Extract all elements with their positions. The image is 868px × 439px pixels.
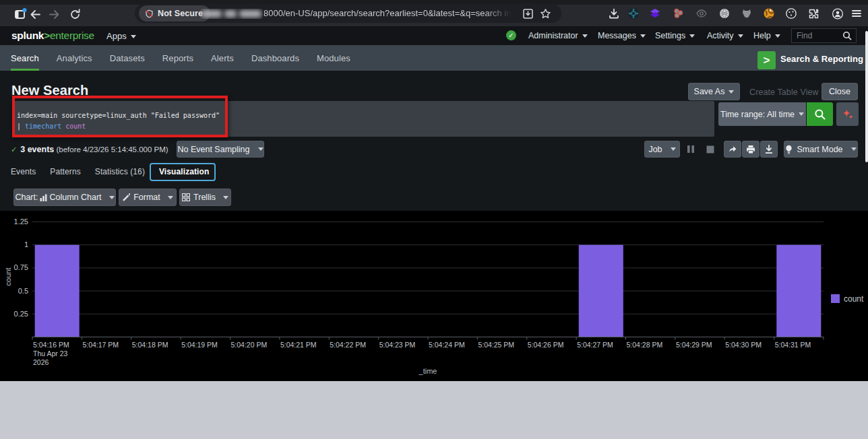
nav-item-alerts[interactable]: Alerts bbox=[211, 45, 234, 71]
topbar-menu-messages[interactable]: Messages bbox=[598, 31, 646, 40]
print-button[interactable] bbox=[742, 141, 760, 158]
chart-type-label: Column Chart bbox=[49, 193, 101, 202]
legend-swatch[interactable] bbox=[831, 294, 840, 303]
x-tick-label: 5:04:19 PM bbox=[181, 341, 218, 349]
time-range-picker[interactable]: Time range: All time bbox=[718, 102, 806, 126]
share-button[interactable] bbox=[724, 141, 741, 158]
job-menu-button[interactable]: Job bbox=[644, 141, 680, 158]
reload-icon[interactable] bbox=[65, 5, 84, 24]
nav-item-datasets[interactable]: Datasets bbox=[110, 45, 145, 71]
topbar-menu-help[interactable]: Help bbox=[753, 31, 780, 40]
format-label: Format bbox=[133, 193, 160, 202]
install-icon[interactable] bbox=[521, 7, 534, 20]
events-summary: ✓3 events (before 4/23/26 5:14:45.000 PM… bbox=[11, 145, 168, 154]
extension-purple-layers-icon[interactable] bbox=[649, 7, 661, 20]
nav-item-modules[interactable]: Modules bbox=[317, 45, 350, 71]
nav-item-search[interactable]: Search bbox=[11, 45, 39, 71]
chevron-down-icon bbox=[671, 147, 676, 151]
x-tick-label: 5:04:26 PM bbox=[528, 341, 564, 349]
lightbulb-icon bbox=[785, 145, 793, 154]
not-secure-label: Not Secure bbox=[158, 9, 203, 18]
extension-globe-icon[interactable] bbox=[718, 7, 731, 20]
create-table-view-button[interactable]: Create Table View bbox=[749, 88, 819, 97]
url-redacted-host bbox=[200, 9, 263, 19]
format-button[interactable]: Format bbox=[119, 189, 177, 206]
topbar-menu-settings[interactable]: Settings bbox=[655, 31, 695, 40]
forward-icon[interactable] bbox=[44, 5, 63, 24]
extension-cookie-icon[interactable] bbox=[785, 7, 797, 20]
x-tick-sublabel: 2026 bbox=[33, 358, 49, 366]
save-as-button[interactable]: Save As bbox=[688, 83, 740, 100]
sparkle-icon bbox=[841, 108, 855, 121]
legend-label[interactable]: count bbox=[844, 294, 864, 304]
topbar-menu-administrator[interactable]: Administrator bbox=[528, 31, 588, 40]
nav-item-analytics[interactable]: Analytics bbox=[57, 45, 92, 71]
redaction-blur bbox=[224, 10, 237, 18]
menu-icon[interactable] bbox=[850, 7, 863, 20]
x-tick-label: 5:04:22 PM bbox=[330, 341, 366, 349]
events-detail: (before 4/23/26 5:14:45.000 PM) bbox=[56, 145, 168, 154]
chevron-down-icon bbox=[738, 34, 743, 38]
app-nav-bar: SearchAnalyticsDatasetsReportsAlertsDash… bbox=[0, 45, 868, 71]
chevron-down-icon bbox=[582, 34, 588, 38]
topbar-menu-activity[interactable]: Activity bbox=[707, 31, 743, 40]
scrollbar-thumb[interactable] bbox=[865, 31, 868, 162]
chevron-down-icon bbox=[109, 196, 115, 199]
column-chart[interactable]: 0.250.50.7511.255:04:16 PMThu Apr 232026… bbox=[0, 211, 868, 381]
app-badge-icon[interactable]: > bbox=[757, 51, 776, 69]
tab-statistics-16-[interactable]: Statistics (16) bbox=[95, 167, 145, 176]
chevron-down-icon bbox=[640, 34, 646, 38]
export-button[interactable] bbox=[760, 141, 778, 158]
nav-item-reports[interactable]: Reports bbox=[162, 45, 193, 71]
tab-patterns[interactable]: Patterns bbox=[50, 167, 81, 176]
extension-red-dots-icon[interactable] bbox=[673, 7, 685, 20]
bar-5:04:27 PM[interactable] bbox=[579, 245, 623, 337]
x-tick-label: 5:04:24 PM bbox=[429, 341, 465, 349]
shield-slash-icon bbox=[145, 9, 154, 18]
chart-panel: 0.250.50.7511.255:04:16 PMThu Apr 232026… bbox=[0, 211, 868, 381]
trellis-button[interactable]: Trellis bbox=[179, 189, 231, 206]
extension-wolf-icon[interactable] bbox=[741, 7, 753, 20]
search-icon bbox=[814, 108, 826, 121]
close-button[interactable]: Close bbox=[822, 83, 858, 100]
search-icon[interactable] bbox=[842, 31, 852, 40]
printer-icon bbox=[746, 145, 755, 154]
extensions-puzzle-icon[interactable] bbox=[807, 7, 819, 20]
y-tick-label: 1 bbox=[24, 240, 28, 248]
x-tick-label: 5:04:23 PM bbox=[379, 341, 416, 349]
download-icon[interactable] bbox=[608, 7, 620, 20]
time-range-label: Time range: All time bbox=[720, 110, 795, 119]
ai-assistant-button[interactable] bbox=[836, 102, 859, 126]
nav-item-dashboards[interactable]: Dashboards bbox=[251, 45, 299, 71]
health-check-icon[interactable]: ✓ bbox=[506, 30, 516, 40]
smart-mode-button[interactable]: Smart Mode bbox=[784, 141, 858, 158]
app-badge-label: Search & Reporting bbox=[780, 54, 863, 64]
find-input[interactable]: Find bbox=[791, 28, 857, 43]
profile-avatar-icon[interactable] bbox=[832, 7, 844, 20]
extension-orange-ball-icon[interactable] bbox=[763, 7, 775, 20]
back-icon[interactable] bbox=[26, 5, 44, 24]
tab-events[interactable]: Events bbox=[11, 167, 36, 176]
search-submit-button[interactable] bbox=[807, 102, 833, 126]
browser-toolbar: Not Secure 8000/en-US/app/search/search?… bbox=[0, 0, 868, 26]
pause-icon[interactable] bbox=[685, 141, 696, 158]
event-sampling-button[interactable]: No Event Sampling bbox=[177, 141, 264, 158]
extension-sphere-teal-icon[interactable] bbox=[627, 7, 640, 20]
close-label: Close bbox=[829, 87, 850, 96]
bar-5:04:16 PM[interactable] bbox=[35, 245, 80, 337]
stop-icon[interactable] bbox=[705, 141, 716, 158]
save-as-label: Save As bbox=[694, 87, 725, 96]
address-bar[interactable]: Not Secure 8000/en-US/app/search/search?… bbox=[135, 4, 561, 23]
y-tick-label: 0.75 bbox=[14, 263, 28, 271]
app-badge-glyph: > bbox=[764, 54, 770, 67]
y-tick-label: 1.25 bbox=[14, 217, 28, 226]
bar-5:04:31 PM[interactable] bbox=[776, 245, 821, 337]
y-tick-label: 0.25 bbox=[14, 310, 28, 318]
x-tick-label: 5:04:25 PM bbox=[478, 341, 514, 349]
chart-type-button[interactable]: Chart: Column Chart bbox=[13, 189, 116, 206]
extension-eye-icon[interactable] bbox=[695, 7, 708, 20]
chevron-down-icon bbox=[851, 147, 857, 151]
bookmark-star-icon[interactable] bbox=[538, 7, 552, 20]
annotation-highlight-box bbox=[12, 96, 228, 137]
url-text: 8000/en-US/app/search/search?earliest=0&… bbox=[264, 4, 514, 23]
